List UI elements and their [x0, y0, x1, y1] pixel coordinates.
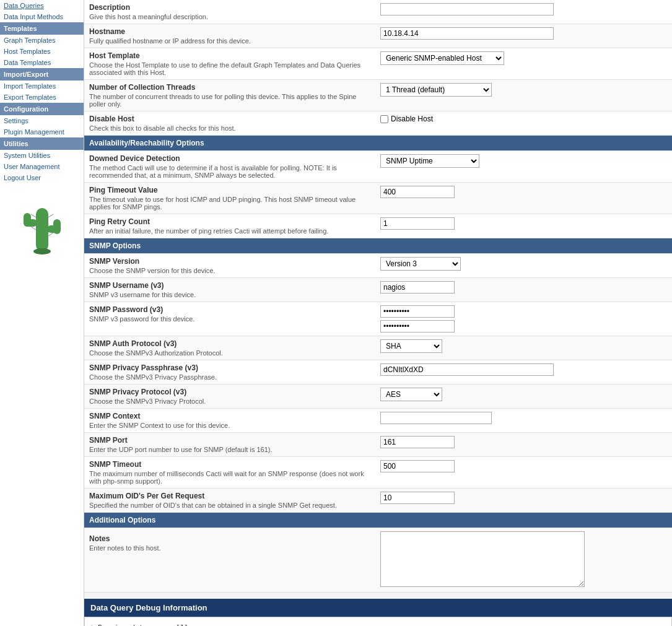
- sidebar-section-utilities: Utilities: [0, 137, 84, 150]
- sidebar-item-import-templates[interactable]: Import Templates: [0, 80, 84, 92]
- form-table: Description Give this host a meaningful …: [84, 0, 672, 593]
- notes-textarea[interactable]: [380, 531, 585, 587]
- disable-host-checkbox-text: Disable Host: [391, 115, 433, 123]
- ping-retry-row: Ping Retry Count After an initial failur…: [84, 214, 672, 238]
- notes-row: Notes Enter notes to this host.: [84, 528, 672, 593]
- svg-line-5: [31, 214, 36, 217]
- sidebar-item-host-templates[interactable]: Host Templates: [0, 46, 84, 57]
- svg-line-7: [31, 227, 36, 230]
- snmp-version-row: SNMP Version Choose the SNMP version for…: [84, 254, 672, 278]
- sidebar-item-logout-user[interactable]: Logout User: [0, 172, 84, 183]
- snmp-password-confirm-input[interactable]: [380, 320, 455, 333]
- notes-desc: Enter notes to this host.: [89, 544, 370, 552]
- max-oid-input[interactable]: [380, 492, 455, 504]
- hostname-label: Hostname: [89, 27, 370, 36]
- snmp-privacy-proto-desc: Choose the SNMPv3 Privacy Protocol.: [89, 398, 370, 405]
- sidebar-item-data-input-methods[interactable]: Data Input Methods: [0, 11, 84, 22]
- sidebar-item-data-templates[interactable]: Data Templates: [0, 57, 84, 68]
- description-desc: Give this host a meaningful description.: [89, 13, 370, 20]
- max-oid-label: Maximum OID's Per Get Request: [89, 492, 370, 500]
- snmp-username-row: SNMP Username (v3) SNMP v3 username for …: [84, 278, 672, 302]
- snmp-username-label: SNMP Username (v3): [89, 281, 370, 290]
- snmp-privacy-proto-row: SNMP Privacy Protocol (v3) Choose the SN…: [84, 385, 672, 409]
- snmp-timeout-desc: The maximum number of milliseconds Cacti…: [89, 470, 370, 485]
- sidebar-section-configuration: Configuration: [0, 103, 84, 115]
- disable-host-checkbox[interactable]: [380, 115, 388, 123]
- svg-point-9: [33, 248, 51, 254]
- snmp-timeout-input[interactable]: [380, 460, 455, 472]
- sidebar-item-system-utilities[interactable]: System Utilities: [0, 150, 84, 161]
- sidebar-item-graph-templates[interactable]: Graph Templates: [0, 35, 84, 46]
- description-input[interactable]: [380, 3, 554, 15]
- hostname-row: Hostname Fully qualified hostname or IP …: [84, 24, 672, 48]
- sidebar-item-data-queries[interactable]: Data Queries: [0, 0, 84, 11]
- collection-threads-row: Number of Collection Threads The number …: [84, 80, 672, 111]
- svg-rect-0: [36, 208, 48, 251]
- notes-label: Notes: [89, 534, 370, 543]
- snmp-privacy-pass-row: SNMP Privacy Passphrase (v3) Choose the …: [84, 360, 672, 385]
- snmp-auth-proto-select[interactable]: SHA MD5: [380, 339, 442, 353]
- snmp-context-label: SNMP Context: [89, 412, 370, 420]
- snmp-version-label: SNMP Version: [89, 257, 370, 266]
- snmp-port-label: SNMP Port: [89, 436, 370, 445]
- debug-output: + Running data query [1]. + Found type =…: [84, 617, 672, 626]
- ping-retry-label: Ping Retry Count: [89, 217, 370, 226]
- snmp-auth-proto-row: SNMP Auth Protocol (v3) Choose the SNMPv…: [84, 336, 672, 360]
- disable-host-checkbox-label: Disable Host: [380, 115, 667, 123]
- sidebar: Data Queries Data Input Methods Template…: [0, 0, 84, 626]
- snmp-username-input[interactable]: [380, 281, 455, 293]
- sidebar-item-export-templates[interactable]: Export Templates: [0, 92, 84, 103]
- hostname-desc: Fully qualified hostname or IP address f…: [89, 37, 370, 45]
- snmp-privacy-proto-select[interactable]: AES DES: [380, 388, 442, 401]
- sidebar-item-settings[interactable]: Settings: [0, 115, 84, 126]
- snmp-section-title: SNMP Options: [84, 238, 672, 254]
- snmp-privacy-pass-label: SNMP Privacy Passphrase (v3): [89, 363, 370, 372]
- host-template-row: Host Template Choose the Host Template t…: [84, 48, 672, 80]
- sidebar-item-plugin-management[interactable]: Plugin Management: [0, 126, 84, 137]
- svg-rect-2: [24, 213, 31, 227]
- collection-threads-select[interactable]: 1 Thread (default): [380, 83, 492, 97]
- disable-host-label: Disable Host: [89, 115, 370, 123]
- snmp-version-select[interactable]: Version 3: [380, 257, 461, 271]
- ping-retry-desc: After an initial failure, the number of …: [89, 227, 370, 235]
- snmp-password-input[interactable]: [380, 305, 455, 318]
- disable-host-desc: Check this box to disable all checks for…: [89, 124, 370, 132]
- additional-section-title: Additional Options: [84, 513, 672, 528]
- snmp-auth-proto-desc: Choose the SNMPv3 Authorization Protocol…: [89, 349, 370, 357]
- debug-line-1: + Running data query [1].: [90, 622, 666, 626]
- snmp-privacy-pass-input[interactable]: [380, 363, 554, 376]
- host-template-desc: Choose the Host Template to use to defin…: [89, 61, 370, 76]
- debug-section: Data Query Debug Information + Running d…: [84, 599, 672, 626]
- host-template-select[interactable]: Generic SNMP-enabled Host: [380, 51, 504, 65]
- snmp-context-row: SNMP Context Enter the SNMP Context to u…: [84, 409, 672, 433]
- ping-timeout-input[interactable]: [380, 186, 455, 198]
- svg-rect-4: [53, 219, 61, 234]
- snmp-port-input[interactable]: [380, 436, 455, 448]
- snmp-privacy-proto-label: SNMP Privacy Protocol (v3): [89, 388, 370, 396]
- snmp-privacy-pass-desc: Choose the SNMPv3 Privacy Passphrase.: [89, 373, 370, 381]
- snmp-password-row: SNMP Password (v3) SNMP v3 password for …: [84, 302, 672, 336]
- hostname-input[interactable]: [380, 27, 554, 40]
- snmp-context-input[interactable]: [380, 412, 492, 424]
- snmp-context-desc: Enter the SNMP Context to use for this d…: [89, 422, 370, 429]
- debug-section-title: Data Query Debug Information: [84, 599, 672, 617]
- max-oid-desc: Specified the number of OID's that can b…: [89, 502, 370, 509]
- avail-section-header: Availability/Reachability Options: [84, 136, 672, 151]
- snmp-timeout-label: SNMP Timeout: [89, 460, 370, 469]
- cactus-logo: [0, 183, 84, 272]
- description-label: Description: [89, 3, 370, 12]
- downed-device-select[interactable]: SNMP Uptime: [380, 154, 479, 168]
- ping-timeout-desc: The timeout value to use for host ICMP a…: [89, 196, 370, 211]
- description-row: Description Give this host a meaningful …: [84, 0, 672, 24]
- snmp-password-desc: SNMP v3 password for this device.: [89, 315, 370, 323]
- ping-timeout-label: Ping Timeout Value: [89, 186, 370, 194]
- snmp-auth-proto-label: SNMP Auth Protocol (v3): [89, 339, 370, 348]
- sidebar-item-user-management[interactable]: User Management: [0, 161, 84, 172]
- collection-threads-desc: The number of concurrent threads to use …: [89, 93, 370, 108]
- ping-retry-input[interactable]: [380, 217, 455, 230]
- ping-timeout-row: Ping Timeout Value The timeout value to …: [84, 183, 672, 214]
- downed-device-row: Downed Device Detection The method Cacti…: [84, 151, 672, 183]
- snmp-version-desc: Choose the SNMP version for this device.: [89, 267, 370, 274]
- snmp-port-row: SNMP Port Enter the UDP port number to u…: [84, 433, 672, 457]
- snmp-username-desc: SNMP v3 username for this device.: [89, 291, 370, 298]
